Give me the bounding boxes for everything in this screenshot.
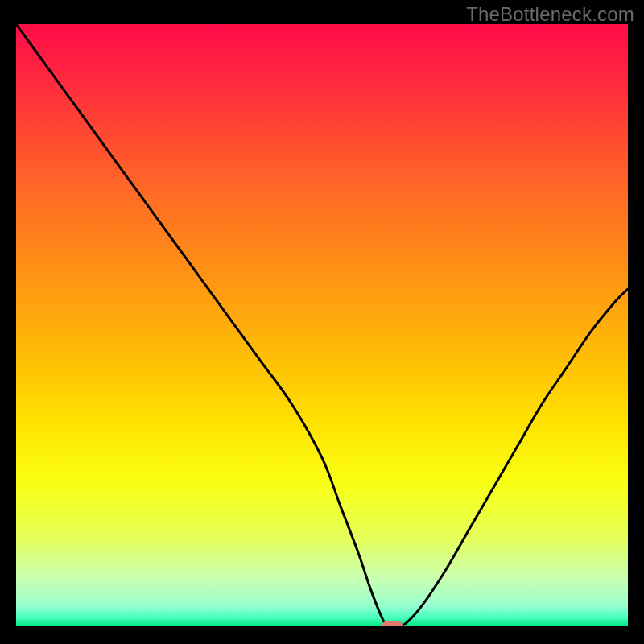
gradient-background: [16, 24, 628, 626]
chart-container: TheBottleneck.com: [0, 0, 644, 644]
optimal-marker: [382, 621, 402, 626]
chart-svg: [16, 24, 628, 626]
watermark-text: TheBottleneck.com: [466, 3, 634, 26]
plot-area: [16, 24, 628, 626]
